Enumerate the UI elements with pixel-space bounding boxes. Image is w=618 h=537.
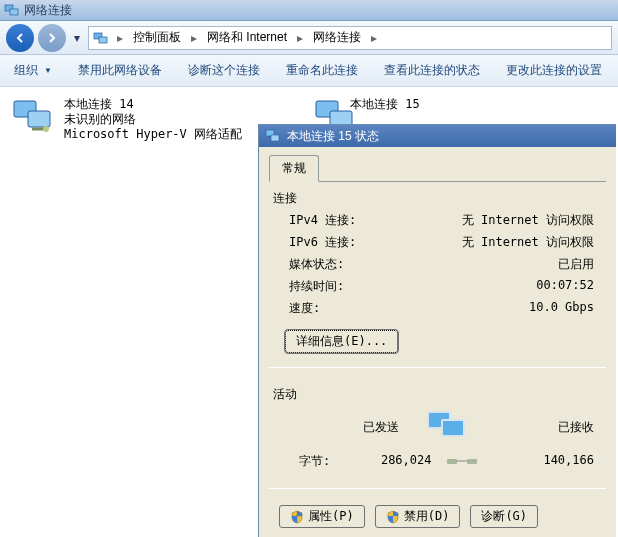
bytes-label: 字节: <box>299 453 330 470</box>
activity-icon <box>422 411 492 443</box>
breadcrumb-sep-icon[interactable]: ▸ <box>113 28 127 48</box>
info-row-ipv6: IPv6 连接: 无 Internet 访问权限 <box>289 234 606 251</box>
sent-label: 已发送 <box>299 419 399 436</box>
duration-value: 00:07:52 <box>409 278 606 295</box>
shield-icon <box>290 510 304 524</box>
tab-general[interactable]: 常规 <box>269 155 319 182</box>
breadcrumb-sep-icon[interactable]: ▸ <box>367 28 381 48</box>
media-value: 已启用 <box>409 256 606 273</box>
tab-label: 常规 <box>282 161 306 175</box>
disable-device-button[interactable]: 禁用此网络设备 <box>74 58 166 83</box>
details-button-label: 详细信息(E)... <box>296 333 387 350</box>
info-row-media: 媒体状态: 已启用 <box>289 256 606 273</box>
svg-rect-5 <box>28 111 50 127</box>
change-label: 更改此连接的设置 <box>506 62 602 79</box>
chevron-down-icon: ▼ <box>44 66 52 75</box>
info-row-speed: 速度: 10.0 Gbps <box>289 300 606 317</box>
nav-back-button[interactable] <box>6 24 34 52</box>
breadcrumb-sep-icon[interactable]: ▸ <box>293 28 307 48</box>
breadcrumb-sep-icon[interactable]: ▸ <box>187 28 201 48</box>
bytes-recv-value: 140,166 <box>494 453 594 470</box>
disable-button-label: 禁用(D) <box>404 508 450 525</box>
connection-device: Microsoft Hyper-V 网络适配 <box>64 127 242 142</box>
svg-rect-10 <box>271 135 279 141</box>
svg-point-6 <box>43 126 49 132</box>
tab-bar: 常规 <box>269 155 606 182</box>
connection-name: 本地连接 14 <box>64 97 242 112</box>
status-dialog: 本地连接 15 状态 常规 连接 IPv4 连接: 无 Internet 访问权… <box>258 124 616 537</box>
view-status-button[interactable]: 查看此连接的状态 <box>380 58 484 83</box>
ipv6-value: 无 Internet 访问权限 <box>409 234 606 251</box>
rename-button[interactable]: 重命名此连接 <box>282 58 362 83</box>
organize-label: 组织 <box>14 62 38 79</box>
breadcrumb-item[interactable]: 网络连接 <box>309 27 365 48</box>
connection-info: IPv4 连接: 无 Internet 访问权限 IPv6 连接: 无 Inte… <box>269 212 606 317</box>
properties-button[interactable]: 属性(P) <box>279 505 365 528</box>
command-toolbar: 组织 ▼ 禁用此网络设备 诊断这个连接 重命名此连接 查看此连接的状态 更改此连… <box>0 55 618 87</box>
breadcrumb[interactable]: ▸ 控制面板 ▸ 网络和 Internet ▸ 网络连接 ▸ <box>88 26 612 50</box>
breadcrumb-item[interactable]: 控制面板 <box>129 27 185 48</box>
divider <box>269 367 606 368</box>
disable-label: 禁用此网络设备 <box>78 62 162 79</box>
window-title: 网络连接 <box>24 2 72 19</box>
divider <box>269 488 606 489</box>
nav-forward-button[interactable] <box>38 24 66 52</box>
disable-button[interactable]: 禁用(D) <box>375 505 461 528</box>
duration-label: 持续时间: <box>289 278 409 295</box>
diagnose-label: 诊断这个连接 <box>188 62 260 79</box>
nav-toolbar: ▾ ▸ 控制面板 ▸ 网络和 Internet ▸ 网络连接 ▸ <box>0 21 618 55</box>
speed-value: 10.0 Gbps <box>409 300 606 317</box>
activity-header-row: 已发送 已接收 <box>269 407 606 447</box>
svg-rect-11 <box>447 459 457 464</box>
diagnose-button[interactable]: 诊断这个连接 <box>184 58 264 83</box>
bytes-row: 字节: 286,024 140,166 <box>269 447 606 476</box>
svg-rect-1 <box>10 9 18 15</box>
details-button[interactable]: 详细信息(E)... <box>285 330 398 353</box>
ipv4-value: 无 Internet 访问权限 <box>409 212 606 229</box>
viewstatus-label: 查看此连接的状态 <box>384 62 480 79</box>
network-folder-icon <box>93 30 109 46</box>
svg-rect-3 <box>99 37 107 43</box>
svg-rect-12 <box>467 459 477 464</box>
activity-section-label: 活动 <box>273 386 606 403</box>
info-row-ipv4: IPv4 连接: 无 Internet 访问权限 <box>289 212 606 229</box>
dialog-titlebar[interactable]: 本地连接 15 状态 <box>259 125 616 147</box>
ipv6-label: IPv6 连接: <box>289 234 409 251</box>
connection-section-label: 连接 <box>273 190 606 207</box>
media-label: 媒体状态: <box>289 256 409 273</box>
speed-label: 速度: <box>289 300 409 317</box>
window-titlebar: 网络连接 <box>0 0 618 21</box>
bytes-sent-value: 286,024 <box>331 453 431 470</box>
change-settings-button[interactable]: 更改此连接的设置 <box>502 58 606 83</box>
properties-button-label: 属性(P) <box>308 508 354 525</box>
network-adapter-icon <box>10 97 58 137</box>
dialog-button-row: 属性(P) 禁用(D) 诊断(G) <box>269 497 606 532</box>
activity-plug-icon <box>433 453 493 470</box>
recv-label: 已接收 <box>514 419 594 436</box>
breadcrumb-item[interactable]: 网络和 Internet <box>203 27 291 48</box>
diagnose-button-label: 诊断(G) <box>481 508 527 525</box>
connection-text: 本地连接 14 未识别的网络 Microsoft Hyper-V 网络适配 <box>64 97 242 142</box>
connection-item[interactable]: 本地连接 14 未识别的网络 Microsoft Hyper-V 网络适配 <box>10 97 242 142</box>
rename-label: 重命名此连接 <box>286 62 358 79</box>
info-row-duration: 持续时间: 00:07:52 <box>289 278 606 295</box>
ipv4-label: IPv4 连接: <box>289 212 409 229</box>
connection-name: 本地连接 15 <box>350 97 420 112</box>
nav-history-dropdown[interactable]: ▾ <box>70 24 84 52</box>
network-adapter-icon <box>265 128 281 144</box>
connection-status: 未识别的网络 <box>64 112 242 127</box>
dialog-body: 常规 连接 IPv4 连接: 无 Internet 访问权限 IPv6 连接: … <box>259 147 616 537</box>
organize-menu[interactable]: 组织 ▼ <box>10 58 56 83</box>
diagnose-button[interactable]: 诊断(G) <box>470 505 538 528</box>
shield-icon <box>386 510 400 524</box>
network-connections-icon <box>4 2 20 18</box>
dialog-title: 本地连接 15 状态 <box>287 128 379 145</box>
